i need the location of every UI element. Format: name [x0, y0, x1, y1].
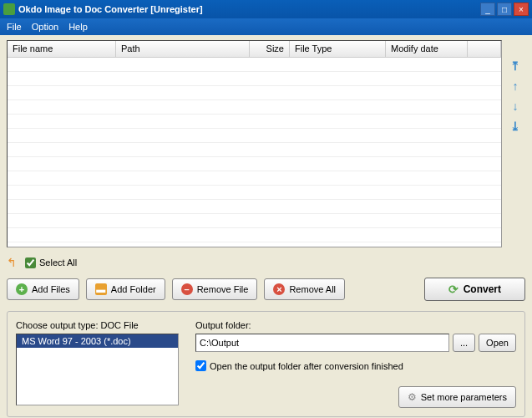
file-table[interactable]: File name Path Size File Type Modify dat… [7, 40, 502, 247]
menu-file[interactable]: File [7, 22, 22, 32]
menu-help[interactable]: Help [68, 22, 88, 32]
bottom-panel: Choose output type: DOC File MS Word 97 … [7, 311, 525, 417]
titlebar: Okdo Image to Doc Converter [Unregister]… [0, 0, 532, 18]
move-top-icon[interactable]: ⤒ [508, 59, 523, 74]
move-up-icon[interactable]: ↑ [508, 79, 523, 94]
table-row [8, 58, 501, 72]
menu-option[interactable]: Option [32, 22, 58, 32]
reorder-arrows: ⤒ ↑ ↓ ⤓ [505, 40, 525, 247]
window-controls: _ □ × [480, 3, 529, 16]
table-body [8, 58, 501, 247]
col-filename[interactable]: File name [8, 41, 116, 57]
table-row [8, 228, 501, 242]
table-row [8, 214, 501, 228]
button-row: + Add Files ▬ Add Folder – Remove File ×… [7, 278, 525, 301]
output-type-item[interactable]: MS Word 97 - 2003 (*.doc) [17, 334, 178, 348]
move-down-icon[interactable]: ↓ [508, 99, 523, 114]
open-button[interactable]: Open [479, 334, 516, 352]
window-title: Okdo Image to Doc Converter [Unregister] [18, 4, 480, 14]
table-row [8, 72, 501, 86]
select-all-label: Select All [39, 257, 77, 268]
select-all-input[interactable] [25, 257, 36, 268]
remove-file-label: Remove File [197, 284, 249, 294]
output-type-section: Choose output type: DOC File MS Word 97 … [16, 320, 179, 408]
col-filetype[interactable]: File Type [290, 41, 386, 57]
content-area: File name Path Size File Type Modify dat… [0, 35, 532, 418]
output-type-label: Choose output type: DOC File [16, 320, 179, 330]
table-row [8, 157, 501, 171]
table-row [8, 171, 501, 186]
up-folder-icon[interactable]: ↰ [7, 256, 17, 269]
set-more-parameters-button[interactable]: ⚙ Set more parameters [398, 386, 516, 408]
table-row [8, 186, 501, 200]
open-after-label: Open the output folder after conversion … [210, 361, 403, 371]
remove-file-button[interactable]: – Remove File [172, 278, 258, 300]
output-folder-row: ... Open [195, 334, 516, 352]
table-wrapper: File name Path Size File Type Modify dat… [7, 40, 525, 247]
col-size[interactable]: Size [250, 41, 290, 57]
row-actions: ↰ Select All [7, 256, 525, 269]
set-more-params-label: Set more parameters [421, 392, 507, 402]
open-after-checkbox[interactable] [195, 360, 206, 371]
add-folder-label: Add Folder [111, 284, 156, 294]
remove-all-icon: × [273, 283, 285, 295]
minimize-button[interactable]: _ [480, 3, 495, 16]
col-extra [468, 41, 501, 57]
gear-icon: ⚙ [408, 391, 417, 403]
maximize-button[interactable]: □ [497, 3, 512, 16]
browse-button[interactable]: ... [453, 334, 475, 352]
open-after-row: Open the output folder after conversion … [195, 360, 516, 371]
output-folder-label: Output folder: [195, 320, 516, 330]
add-folder-button[interactable]: ▬ Add Folder [86, 278, 165, 300]
move-bottom-icon[interactable]: ⤓ [508, 119, 523, 134]
convert-icon: ⟳ [448, 283, 459, 296]
table-row [8, 143, 501, 157]
table-row [8, 200, 501, 214]
table-row [8, 115, 501, 129]
col-modifydate[interactable]: Modify date [386, 41, 468, 57]
add-files-button[interactable]: + Add Files [7, 278, 79, 300]
output-folder-section: Output folder: ... Open Open the output … [195, 320, 516, 408]
convert-label: Convert [464, 283, 501, 295]
minus-icon: – [181, 283, 193, 295]
close-button[interactable]: × [514, 3, 529, 16]
menubar: File Option Help [0, 18, 532, 35]
table-row [8, 86, 501, 100]
output-type-listbox[interactable]: MS Word 97 - 2003 (*.doc) [16, 334, 179, 405]
table-row [8, 129, 501, 143]
app-icon [3, 3, 15, 15]
folder-icon: ▬ [95, 283, 107, 295]
table-header: File name Path Size File Type Modify dat… [8, 41, 501, 58]
plus-icon: + [16, 283, 28, 295]
table-row [8, 100, 501, 115]
add-files-label: Add Files [32, 284, 70, 294]
remove-all-label: Remove All [289, 284, 336, 294]
remove-all-button[interactable]: × Remove All [264, 278, 345, 300]
select-all-checkbox[interactable]: Select All [25, 257, 77, 268]
output-folder-input[interactable] [195, 334, 449, 352]
param-row: ⚙ Set more parameters [195, 386, 516, 408]
convert-button[interactable]: ⟳ Convert [424, 278, 525, 301]
col-path[interactable]: Path [116, 41, 250, 57]
